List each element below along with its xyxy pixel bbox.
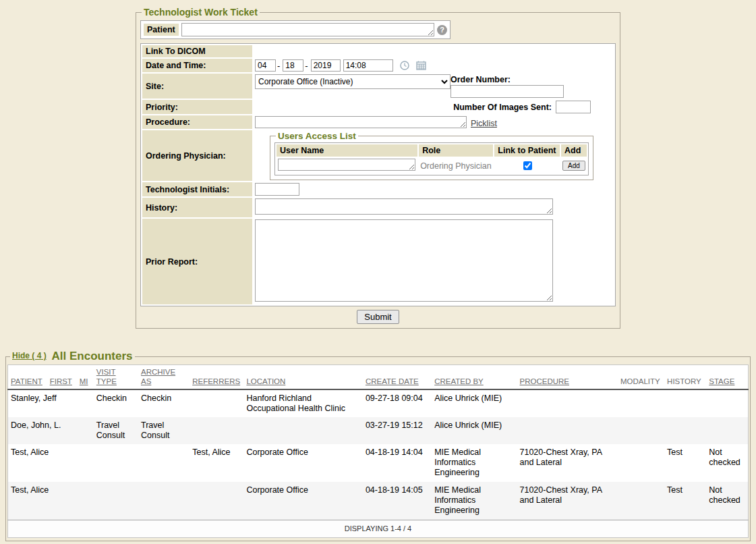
encounter-row[interactable]: Test, Alice Test, Alice Corporate Office… [8, 444, 749, 482]
cell-mi [77, 444, 94, 482]
encounters-table: PATIENT FIRST MI VISIT TYPE ARCHIVE AS R… [7, 364, 749, 538]
history-label: History: [142, 198, 252, 217]
procedure-row: Procedure: Picklist [142, 115, 614, 129]
cell-referrers: Test, Alice [190, 444, 243, 482]
ual-col-add: Add [561, 144, 587, 157]
prior-report-row: Prior Report: [142, 219, 614, 304]
col-patient[interactable]: PATIENT [8, 365, 47, 390]
cell-first [47, 444, 77, 482]
cell-patient: Test, Alice [8, 444, 47, 482]
encounters-footer-row: DISPLAYING 1-4 / 4 [8, 520, 749, 537]
add-user-button[interactable]: Add [562, 161, 585, 171]
patient-input[interactable] [181, 23, 434, 36]
link-to-dicom-label: Link To DICOM [142, 45, 252, 57]
col-stage[interactable]: STAGE [706, 365, 748, 390]
ordering-physician-row: Ordering Physician: Users Access List Us… [142, 130, 614, 181]
date-separator: - [277, 61, 280, 71]
cell-visit-type [94, 482, 138, 520]
encounter-row[interactable]: Doe, John, L. Travel Consult Travel Cons… [8, 417, 749, 444]
cell-procedure [517, 417, 618, 444]
submit-button[interactable]: Submit [357, 310, 399, 324]
cell-referrers [190, 417, 243, 444]
tech-initials-input[interactable] [255, 183, 299, 196]
order-number-block: Order Number: [450, 74, 564, 98]
procedure-label: Procedure: [142, 115, 252, 129]
date-time-row: Date and Time: - - [142, 59, 614, 72]
prior-report-label: Prior Report: [142, 219, 252, 304]
cell-stage [706, 389, 748, 417]
clock-icon[interactable] [400, 61, 409, 70]
cell-archive-as: Checkin [138, 389, 190, 417]
cell-stage: Not checked [706, 482, 748, 520]
prior-report-input[interactable] [255, 219, 553, 302]
order-number-input[interactable] [450, 85, 564, 98]
users-access-list-legend: Users Access List [276, 131, 358, 141]
col-first[interactable]: FIRST [47, 365, 77, 390]
history-input[interactable] [255, 198, 553, 215]
cell-patient: Stanley, Jeff [8, 389, 47, 417]
patient-label: Patient [144, 24, 179, 36]
col-archive-as[interactable]: ARCHIVE AS [138, 365, 190, 390]
site-label: Site: [142, 74, 252, 99]
work-ticket-fields: Link To DICOM Date and Time: - - [140, 43, 616, 306]
cell-mi [77, 389, 94, 417]
cell-procedure: 71020-Chest Xray, PA and Lateral [517, 482, 618, 520]
cell-procedure: 71020-Chest Xray, PA and Lateral [517, 444, 618, 482]
ual-row: Ordering Physician Add [277, 158, 587, 173]
date-day-input[interactable] [283, 59, 303, 72]
picklist-link[interactable]: Picklist [471, 119, 497, 128]
ual-col-user-name: User Name [277, 144, 417, 157]
col-visit-type[interactable]: VISIT TYPE [94, 365, 138, 390]
encounter-row[interactable]: Test, Alice Corporate Office 04-18-19 14… [8, 482, 749, 520]
col-history: HISTORY [664, 365, 706, 390]
col-create-date[interactable]: CREATE DATE [363, 365, 432, 390]
col-procedure[interactable]: PROCEDURE [517, 365, 618, 390]
encounter-row[interactable]: Stanley, Jeff Checkin Checkin Hanford Ri… [8, 389, 749, 417]
cell-history: Test [664, 444, 706, 482]
cell-history [664, 417, 706, 444]
date-time-label: Date and Time: [142, 59, 252, 72]
cell-modality [618, 389, 664, 417]
procedure-input[interactable] [255, 116, 467, 128]
cell-archive-as: Travel Consult [138, 417, 190, 444]
link-to-patient-checkbox[interactable] [523, 161, 532, 170]
col-location[interactable]: LOCATION [243, 365, 362, 390]
cell-location: Hanford Richland Occupational Health Cli… [243, 389, 362, 417]
cell-visit-type: Travel Consult [94, 417, 138, 444]
site-row: Site: Corporate Office (Inactive) Order … [142, 74, 614, 99]
col-referrers[interactable]: REFERRERS [190, 365, 243, 390]
link-to-dicom-row: Link To DICOM [142, 45, 614, 57]
cell-modality [618, 444, 664, 482]
time-input[interactable] [343, 59, 393, 72]
site-select[interactable]: Corporate Office (Inactive) [255, 74, 450, 89]
cell-modality [618, 417, 664, 444]
col-mi[interactable]: MI [77, 365, 94, 390]
hide-encounters-link[interactable]: Hide ( 4 ) [12, 351, 47, 360]
ual-col-role: Role [419, 144, 493, 157]
priority-label: Priority: [142, 100, 252, 114]
images-sent-input[interactable] [556, 101, 591, 113]
cell-archive-as [138, 444, 190, 482]
cell-create-date: 04-18-19 14:05 [363, 482, 432, 520]
cell-stage [706, 417, 748, 444]
cell-stage: Not checked [706, 444, 748, 482]
work-ticket-legend: Technologist Work Ticket [142, 7, 260, 18]
cell-create-date: 09-27-18 09:04 [363, 389, 432, 417]
calendar-icon[interactable] [416, 61, 426, 70]
cell-referrers [190, 482, 243, 520]
cell-mi [77, 482, 94, 520]
user-name-input[interactable] [278, 159, 415, 171]
images-sent-label: Number Of Images Sent: [453, 103, 552, 112]
date-month-input[interactable] [255, 59, 276, 72]
col-created-by[interactable]: CREATED BY [432, 365, 517, 390]
help-icon[interactable]: ? [437, 25, 447, 35]
col-modality: MODALITY [618, 365, 664, 390]
date-separator: - [305, 61, 308, 71]
cell-archive-as [138, 482, 190, 520]
users-access-list: Users Access List User Name Role Link to… [270, 131, 593, 180]
cell-created-by: MIE Medical Informatics Engineering [432, 444, 517, 482]
cell-create-date: 03-27-19 15:12 [363, 417, 432, 444]
date-year-input[interactable] [311, 59, 341, 72]
cell-first [47, 482, 77, 520]
cell-history: Test [664, 482, 706, 520]
